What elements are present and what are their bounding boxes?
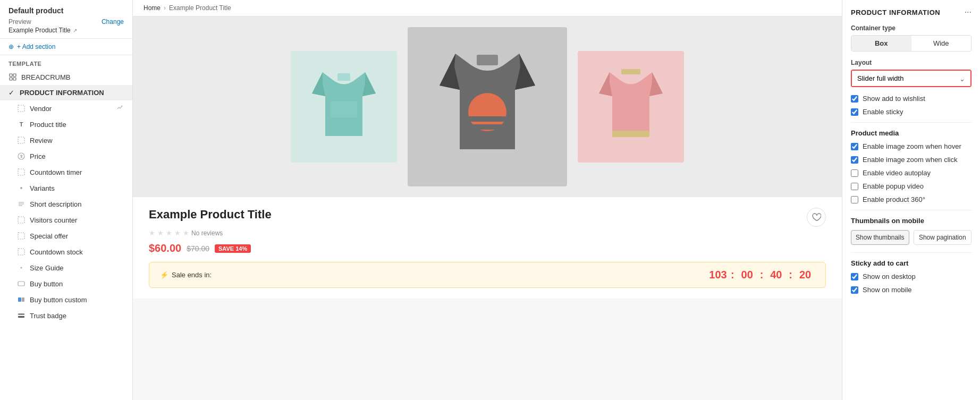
sidebar-item-product-title[interactable]: T Product title [0,116,132,132]
checkbox-popup-video-input[interactable] [851,183,858,190]
checkbox-popup-video-label: Enable popup video [863,182,924,190]
right-panel-more-button[interactable]: ··· [965,7,971,17]
sidebar-item-vendor[interactable]: Vendor [0,100,132,116]
checkbox-zoom-click-label: Enable image zoom when click [863,156,957,164]
size-guide-icon [17,263,26,272]
divider-3 [851,252,971,253]
sidebar-item-trust-badge[interactable]: Trust badge [0,308,132,324]
price-icon [17,152,26,160]
sidebar-add-section[interactable]: ⊕ + Add section [0,39,132,55]
sidebar-product-info-label: PRODUCT INFORMATION [20,89,124,97]
breadcrumb-current: Example Product Title [169,4,231,12]
countdown-label-text: Sale ends in: [172,271,212,279]
breadcrumb-home[interactable]: Home [143,4,160,12]
vendor-action-icon[interactable] [116,104,124,113]
checkbox-product-360: Enable product 360° [851,195,971,203]
svg-rect-28 [621,69,640,74]
svg-rect-19 [22,297,24,302]
product-image-right[interactable] [578,51,684,163]
product-title: Example Product Title [149,208,272,222]
countdown-seconds: 40 [766,269,785,281]
main-preview: Home › Example Product Title [133,0,842,400]
price-badge: SAVE 14% [215,244,251,253]
thumbnail-pagination-btn[interactable]: Show pagination [914,230,972,245]
sidebar-header-title: Default product [9,6,124,15]
checkbox-sticky-label: Enable sticky [863,108,903,116]
thumbnail-show-btn[interactable]: Show thumbnails [851,230,909,245]
product-title-row: Example Product Title [149,208,826,227]
svg-rect-22 [337,73,350,81]
layout-section: Layout Slider full width Stacked Grid ⌄ [851,59,971,87]
wishlist-button[interactable] [807,208,826,227]
sidebar-item-buy-button[interactable]: Buy button [0,276,132,292]
sidebar-item-product-information[interactable]: ✓ PRODUCT INFORMATION [0,85,132,100]
thumbnails-options-row: Show thumbnails Show pagination [851,230,971,245]
checkbox-video-autoplay-label: Enable video autoplay [863,169,931,177]
layout-select[interactable]: Slider full width Stacked Grid [852,71,970,86]
trust-badge-icon [17,311,26,320]
checkbox-zoom-hover: Enable image zoom when hover [851,142,971,150]
checkbox-product-360-input[interactable] [851,196,858,203]
sticky-title: Sticky add to cart [851,259,971,267]
sidebar-product-title-label: Product title [30,121,124,129]
svg-rect-17 [18,282,24,286]
container-type-box[interactable]: Box [851,36,911,51]
star-3: ★ [166,229,172,237]
add-section-icon: ⊕ [9,43,14,50]
countdown-ms: 20 [796,269,815,281]
container-type-wide[interactable]: Wide [911,36,971,51]
sidebar-item-countdown-timer[interactable]: Countdown timer [0,164,132,180]
svg-rect-26 [468,116,506,122]
svg-point-9 [20,187,22,189]
sidebar-buy-button-label: Buy button [30,280,124,288]
checkbox-wishlist: Show add to wishlist [851,95,971,103]
svg-rect-6 [18,137,24,143]
divider-1 [851,122,971,123]
checkbox-show-mobile-input[interactable] [851,286,858,294]
sidebar-preview-label: Preview [9,18,31,25]
sidebar-item-special-offer[interactable]: Special offer [0,228,132,244]
sidebar-countdown-stock-label: Countdown stock [30,248,124,256]
sidebar-item-breadcrumb[interactable]: BREADCRUMB [0,69,132,85]
sidebar-item-variants[interactable]: Variants [0,180,132,196]
right-panel-title: PRODUCT INFORMATION [851,8,940,16]
template-label: Template [0,55,132,69]
sidebar-size-guide-label: Size Guide [30,264,124,272]
sidebar-variants-label: Variants [30,184,124,192]
sidebar-product-name: Example Product Title ↗ [9,27,124,34]
star-4: ★ [174,229,181,237]
sidebar-item-buy-button-custom[interactable]: Buy button custom [0,292,132,308]
checkbox-show-desktop-label: Show on desktop [863,273,916,280]
left-sidebar: Default product Preview Change Example P… [0,0,133,400]
countdown-icon: ⚡ [160,271,168,279]
sidebar-item-size-guide[interactable]: Size Guide [0,260,132,276]
svg-rect-20 [18,313,24,315]
container-type-row: Box Wide [851,35,971,52]
breadcrumb-separator: › [164,4,166,12]
sidebar-item-short-description[interactable]: Short description [0,196,132,212]
checkbox-wishlist-input[interactable] [851,95,858,103]
checkbox-zoom-hover-input[interactable] [851,143,858,150]
svg-rect-18 [18,297,21,302]
svg-rect-13 [18,217,24,223]
sidebar-item-visitors-counter[interactable]: Visitors counter [0,212,132,228]
divider-2 [851,210,971,210]
checkbox-show-mobile-label: Show on mobile [863,286,912,294]
sidebar-special-offer-label: Special offer [30,232,124,240]
checkbox-show-desktop-input[interactable] [851,273,858,280]
product-image-main[interactable] [408,27,567,186]
countdown-timer-icon [17,168,26,176]
sidebar-item-review[interactable]: Review [0,132,132,148]
product-images-section [133,16,842,197]
buy-button-custom-icon [17,295,26,304]
variants-icon [17,184,26,192]
checkbox-sticky-input[interactable] [851,108,858,116]
checkbox-video-autoplay-input[interactable] [851,169,858,177]
sidebar-item-countdown-stock[interactable]: Countdown stock [0,244,132,260]
product-image-left[interactable] [291,51,397,163]
sidebar-header: Default product Preview Change Example P… [0,0,132,39]
checkbox-zoom-click-input[interactable] [851,156,858,164]
sidebar-change-link[interactable]: Change [102,18,124,25]
special-offer-icon [17,232,26,240]
sidebar-item-price[interactable]: Price [0,148,132,164]
